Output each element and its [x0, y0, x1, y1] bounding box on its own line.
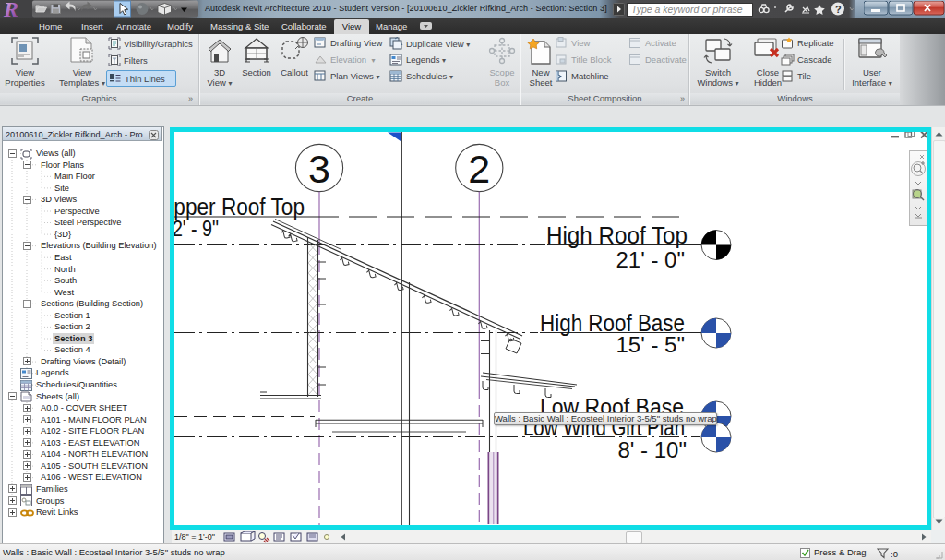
svg-text::0: :0	[891, 549, 898, 559]
svg-text:3: 3	[308, 147, 330, 191]
svg-text:High Roof Top: High Roof Top	[546, 222, 688, 248]
svg-text:R: R	[3, 0, 18, 18]
svg-text:2: 2	[468, 147, 490, 191]
svg-text:8' - 10": 8' - 10"	[618, 437, 687, 462]
svg-text:15' - 5": 15' - 5"	[616, 332, 685, 357]
svg-text:?: ?	[835, 4, 842, 15]
svg-text:22' - 9": 22' - 9"	[174, 216, 219, 241]
svg-text:21' - 0": 21' - 0"	[616, 247, 685, 272]
